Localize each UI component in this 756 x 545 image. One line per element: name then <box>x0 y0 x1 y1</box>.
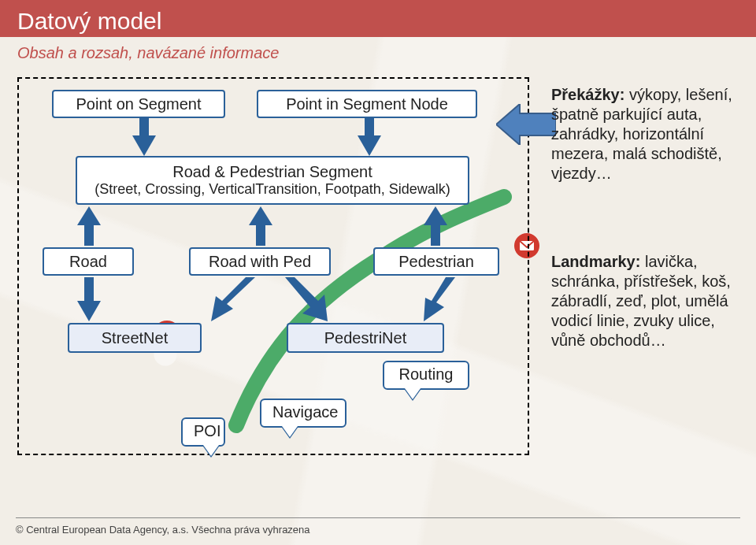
box-road-with-ped: Road with Ped <box>189 247 331 276</box>
box-pedestrinet: PedestriNet <box>287 323 444 353</box>
svg-marker-4 <box>132 118 156 156</box>
footer-text: © Central European Data Agency, a.s. Vše… <box>16 524 310 536</box>
arrow-down-diag-icon <box>206 277 257 323</box>
obstacles-text: Překážky: výkopy, lešení, špatně parkují… <box>551 85 740 184</box>
arrow-left-icon <box>496 104 556 145</box>
arrow-down-diag-icon <box>279 277 329 323</box>
svg-marker-7 <box>249 206 272 246</box>
arrow-down-icon <box>77 277 101 321</box>
arrow-down-icon <box>358 118 381 156</box>
arrow-up-icon <box>249 206 272 246</box>
callout-poi: POI <box>181 417 225 447</box>
label: Road <box>69 253 107 271</box>
label: Road with Ped <box>209 253 311 271</box>
label: StreetNet <box>102 329 168 347</box>
landmarks-text: Landmarky: lavička, schránka, přístřešek… <box>551 252 740 350</box>
landmarks-title: Landmarky: <box>551 253 640 270</box>
label: PedestriNet <box>324 329 407 347</box>
box-road-pedestrian-segment: Road & Pedestrian Segment (Street, Cross… <box>76 156 469 205</box>
svg-marker-11 <box>285 277 328 321</box>
callout-navigace: Navigace <box>260 399 346 428</box>
box-pedestrian: Pedestrian <box>373 247 499 276</box>
arrow-up-icon <box>77 206 101 246</box>
label: POI <box>194 422 220 439</box>
arrow-up-icon <box>424 206 447 246</box>
svg-marker-8 <box>424 206 447 246</box>
svg-marker-9 <box>77 277 101 321</box>
page-subtitle: Obsah a rozsah, navázané informace <box>17 44 279 62</box>
label: Navigace <box>272 403 338 421</box>
svg-marker-13 <box>496 104 556 145</box>
label: Point on Segment <box>76 95 202 113</box>
footer-divider <box>16 517 740 518</box>
box-streetnet: StreetNet <box>68 323 202 353</box>
svg-marker-10 <box>211 277 255 321</box>
svg-marker-12 <box>424 277 455 321</box>
svg-marker-6 <box>77 206 101 246</box>
box-road: Road <box>43 247 134 276</box>
label-line2: (Street, Crossing, VerticalTransition, F… <box>94 181 450 198</box>
arrow-down-icon <box>132 118 156 156</box>
page-title: Datový model <box>0 0 756 37</box>
callout-routing: Routing <box>383 361 469 390</box>
label: Pedestrian <box>398 253 474 271</box>
svg-marker-5 <box>358 118 381 156</box>
box-point-in-segment-node: Point in Segment Node <box>257 90 477 118</box>
obstacles-title: Překážky: <box>551 86 624 103</box>
box-point-on-segment: Point on Segment <box>52 90 225 118</box>
arrow-down-diag-icon <box>424 277 463 323</box>
label: Point in Segment Node <box>286 95 448 113</box>
label: Routing <box>399 365 454 383</box>
label-line1: Road & Pedestrian Segment <box>172 162 372 181</box>
diagram-area: Point on Segment Point in Segment Node R… <box>17 77 529 455</box>
